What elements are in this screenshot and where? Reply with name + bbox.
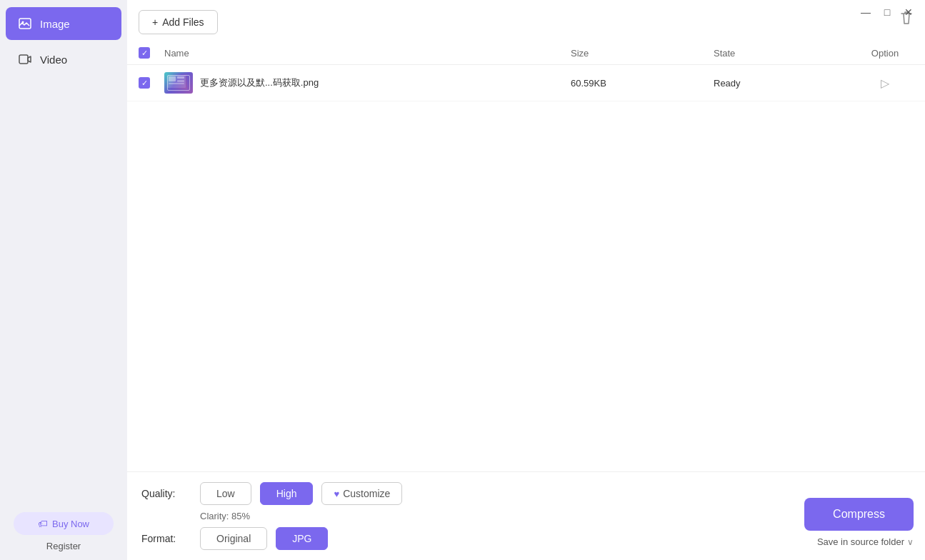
- toolbar: + Add Files: [127, 0, 925, 34]
- format-row: Format: Original JPG: [141, 527, 911, 550]
- buy-now-button[interactable]: 🏷 Buy Now: [14, 512, 114, 535]
- add-files-button[interactable]: + Add Files: [139, 10, 218, 34]
- sidebar-item-image-label: Image: [40, 18, 70, 30]
- svg-rect-8: [169, 83, 184, 84]
- sidebar-item-image[interactable]: Image: [6, 7, 121, 40]
- save-folder-label: Save in source folder: [817, 536, 904, 547]
- select-all-checkbox[interactable]: [139, 47, 150, 59]
- quality-customize-button[interactable]: ♥ Customize: [321, 482, 402, 505]
- file-name: 更多资源以及默...码获取.png: [200, 76, 319, 89]
- add-icon: +: [152, 16, 158, 28]
- sidebar-item-video-label: Video: [40, 54, 67, 66]
- format-original-button[interactable]: Original: [200, 527, 267, 550]
- quality-low-button[interactable]: Low: [200, 482, 251, 505]
- quality-label: Quality:: [141, 488, 191, 499]
- file-size: 60.59KB: [571, 78, 714, 89]
- main-content: — □ ✕ + Add Files Name Size State Option: [127, 0, 925, 560]
- video-icon: [17, 51, 33, 67]
- svg-rect-5: [169, 76, 176, 81]
- file-list: Name Size State Option: [127, 41, 925, 471]
- column-header-state: State: [714, 48, 856, 59]
- column-header-size: Size: [571, 48, 714, 59]
- buy-now-icon: 🏷: [38, 518, 48, 529]
- close-button[interactable]: ✕: [902, 6, 915, 19]
- image-icon: [17, 16, 33, 31]
- svg-rect-7: [177, 80, 184, 82]
- sidebar: Image Video 🏷 Buy Now Register: [0, 0, 127, 560]
- svg-rect-2: [19, 55, 28, 64]
- format-jpg-button[interactable]: JPG: [276, 527, 328, 550]
- compress-button[interactable]: Compress: [804, 498, 914, 531]
- column-header-name: Name: [164, 48, 571, 59]
- quality-high-button[interactable]: High: [260, 482, 314, 505]
- heart-icon: ♥: [334, 489, 339, 499]
- file-checkbox[interactable]: [139, 77, 150, 89]
- maximize-button[interactable]: □: [881, 6, 894, 19]
- register-link[interactable]: Register: [46, 541, 81, 551]
- add-files-label: Add Files: [162, 16, 204, 28]
- format-label: Format:: [141, 533, 191, 544]
- file-list-header: Name Size State Option: [127, 41, 925, 65]
- svg-rect-3: [166, 74, 187, 89]
- save-folder-selector[interactable]: Save in source folder ∨: [817, 536, 914, 547]
- column-header-option: Option: [856, 48, 914, 59]
- compress-area: Compress Save in source folder ∨: [804, 498, 914, 547]
- minimize-button[interactable]: —: [859, 6, 872, 19]
- quality-row: Quality: Low High ♥ Customize: [141, 482, 911, 505]
- svg-rect-4: [167, 75, 186, 88]
- svg-rect-6: [177, 76, 184, 79]
- sidebar-item-video[interactable]: Video: [6, 43, 121, 76]
- chevron-down-icon: ∨: [907, 537, 914, 547]
- file-state: Ready: [714, 78, 856, 89]
- file-name-cell: 更多资源以及默...码获取.png: [164, 72, 571, 94]
- file-thumbnail: [164, 72, 193, 94]
- title-bar: — □ ✕: [849, 0, 925, 24]
- play-button[interactable]: ▷: [881, 76, 889, 90]
- table-row: 更多资源以及默...码获取.png 60.59KB Ready ▷: [127, 65, 925, 101]
- sidebar-bottom: 🏷 Buy Now Register: [0, 504, 127, 560]
- buy-now-label: Buy Now: [52, 519, 89, 529]
